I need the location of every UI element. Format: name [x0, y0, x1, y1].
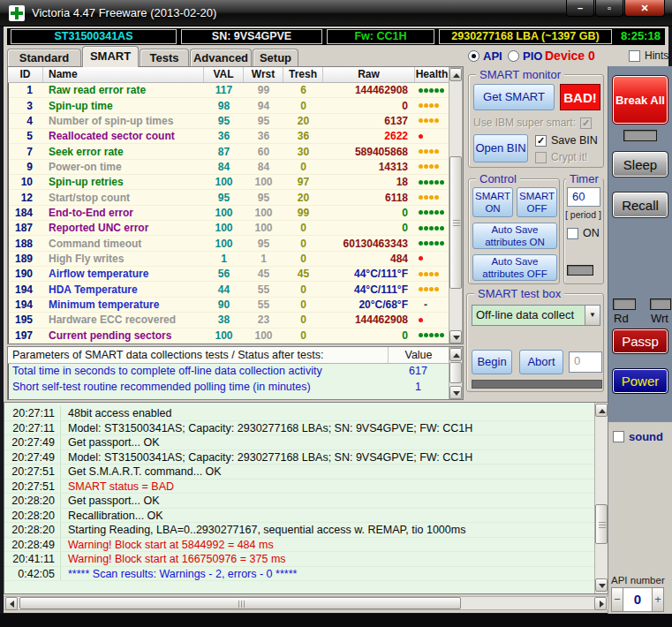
log-line[interactable]: 20:28:20Starting Reading, LBA=0..2930277… [4, 523, 608, 538]
log-line[interactable]: 20:27:11Model: ST31500341AS; Capacity: 2… [4, 421, 608, 436]
chevron-down-icon[interactable]: ▼ [585, 306, 600, 325]
log-hscroll-thumb[interactable] [19, 597, 461, 609]
recall-button[interactable]: Recall [613, 193, 668, 217]
log-line[interactable]: 20:28:49Warning! Block start at 5844992 … [4, 538, 608, 553]
attr-tresh: 0 [283, 298, 323, 311]
smart-table-row[interactable]: 5Reallocated sector count3636362622 [8, 129, 449, 144]
smart-table-row[interactable]: 1Raw read error rate117996144462908 [8, 83, 449, 98]
params-row[interactable]: Total time in seconds to complete off-li… [8, 364, 463, 380]
col-header-name[interactable]: Name [43, 67, 204, 82]
api-radio[interactable]: API [468, 49, 502, 63]
sleep-button[interactable]: Sleep [613, 152, 668, 177]
attr-id: 194 [8, 283, 43, 296]
timer-period-input[interactable]: 60 [567, 187, 600, 207]
scroll-right-icon[interactable] [594, 597, 607, 610]
log-line[interactable]: 20:27:51Get S.M.A.R.T. command... OK [4, 465, 608, 480]
smart-table-row[interactable]: 195Hardware ECC recovered38230144462908 [8, 313, 449, 328]
scroll-up-icon[interactable] [449, 68, 462, 81]
params-header-label: Parameters of SMART data collections tes… [8, 347, 388, 363]
smart-table-row[interactable]: 189High Fly writes110484 [8, 252, 449, 267]
smart-table-row[interactable]: 184End-to-End error100100990 [8, 206, 449, 221]
tab-tests[interactable]: Tests [140, 49, 189, 66]
smart-table-row[interactable]: 4Number of spin-up times9595206137 [8, 114, 449, 129]
smart-table-row[interactable]: 188Command timeout10095060130463343 [8, 236, 449, 251]
attr-raw: 14313 [323, 161, 415, 173]
maximize-button[interactable]: ▫ [595, 0, 623, 17]
pio-radio[interactable]: PIO [508, 49, 542, 63]
log-timestamp: 20:41:11 [4, 552, 61, 566]
drive-serial: SN: 9VS4GPVE [181, 29, 322, 44]
col-header-wrst[interactable]: Wrst [244, 67, 283, 82]
smart-table-row[interactable]: 187Reported UNC error10010000 [8, 221, 449, 236]
smart-table-row[interactable]: 3Spin-up time989400 [8, 98, 449, 113]
smart-table-row[interactable]: 190Airflow temperature56454544°C/111°F [8, 267, 449, 282]
smart-table-row[interactable]: 7Seek error rate876030589405868 [8, 144, 449, 159]
smart-table-row[interactable]: 194Minimum temperature9055020°C/68°F- [8, 298, 449, 313]
control-title: Control [476, 172, 520, 185]
autosave-off-button[interactable]: Auto Save attributes OFF [472, 254, 557, 281]
log-line[interactable]: 20:27:1148bit access enabled [4, 406, 608, 421]
sound-checkbox[interactable]: sound [613, 430, 663, 443]
log-line[interactable]: 20:27:51SMART status = BAD [4, 480, 608, 495]
col-header-tresh[interactable]: Tresh [283, 67, 323, 82]
log-timestamp: 20:27:11 [4, 406, 61, 420]
log-line[interactable]: 20:28:20Get passport... OK [4, 494, 608, 509]
test-counter-field: 0 [569, 351, 602, 373]
tab-smart[interactable]: SMART [82, 46, 139, 67]
log-line[interactable]: 20:27:49Model: ST31500341AS; Capacity: 2… [4, 450, 608, 465]
scroll-up-icon[interactable] [449, 348, 462, 361]
begin-test-button[interactable]: Begin [472, 350, 512, 374]
smart-on-button[interactable]: SMART ON [472, 187, 513, 217]
scroll-down-icon[interactable] [449, 386, 462, 399]
abort-test-button[interactable]: Abort [519, 350, 563, 374]
smart-table-row[interactable]: 10Spin-up retries1001009718 [8, 175, 449, 190]
log-line[interactable]: 20:28:20Recallibration... OK [4, 509, 608, 524]
open-bin-button[interactable]: Open BIN [473, 134, 528, 162]
passp-button[interactable]: Passp [613, 329, 668, 353]
col-header-health[interactable]: Health [415, 67, 449, 82]
params-scroll-thumb[interactable] [449, 362, 462, 383]
log-line[interactable]: 20:27:49Get passport... OK [4, 435, 608, 450]
health-dot-icon [429, 226, 434, 230]
health-dot-icon [424, 287, 428, 291]
smart-table-row[interactable]: 194HDA Temperature4455044°C/111°F [8, 282, 449, 297]
tab-setup[interactable]: Setup [253, 49, 298, 66]
smart-scroll-thumb[interactable] [449, 156, 462, 289]
log-line[interactable]: 0:42:05***** Scan results: Warnings - 2,… [4, 567, 608, 582]
smart-table-scrollbar[interactable] [449, 67, 463, 344]
params-scrollbar[interactable] [449, 347, 463, 399]
scroll-up-icon[interactable] [595, 404, 608, 417]
tab-advanced[interactable]: Advanced [190, 49, 252, 66]
scroll-left-icon[interactable] [5, 597, 18, 610]
tab-standard[interactable]: Standard [7, 49, 81, 66]
timer-on-checkbox[interactable]: ON [567, 227, 600, 239]
minus-icon[interactable]: − [611, 587, 623, 612]
get-smart-button[interactable]: Get SMART [473, 84, 555, 110]
params-row[interactable]: Short self-test routine recommended poll… [8, 380, 463, 396]
health-dots-icon [415, 252, 423, 266]
attr-val: 38 [204, 314, 244, 326]
minimize-button[interactable]: – [566, 0, 594, 17]
break-all-button[interactable]: Break All [613, 76, 668, 124]
smart-table-row[interactable]: 12Start/stop count9595206118 [8, 190, 449, 205]
log-hscrollbar[interactable] [4, 596, 608, 610]
attr-val: 95 [204, 192, 244, 204]
col-header-val[interactable]: VAL [204, 67, 244, 82]
log-line[interactable]: 20:41:11Warning! Block start at 16675097… [4, 552, 608, 567]
power-button[interactable]: Power [613, 369, 668, 393]
autosave-on-button[interactable]: Auto Save attributes ON [472, 223, 557, 249]
test-type-dropdown[interactable]: Off-line data collect ▼ [472, 305, 600, 326]
save-bin-checkbox[interactable]: ✓ Save BIN [535, 134, 598, 147]
log-scroll-thumb[interactable] [595, 504, 608, 544]
smart-off-button[interactable]: SMART OFF [517, 187, 557, 217]
scroll-down-icon[interactable] [449, 330, 462, 344]
log-scrollbar[interactable] [594, 403, 608, 593]
close-button[interactable]: ✕ [624, 0, 665, 17]
scroll-down-icon[interactable] [595, 578, 608, 592]
col-header-id[interactable]: ID [8, 67, 43, 82]
col-header-raw[interactable]: Raw [323, 67, 415, 82]
plus-icon[interactable]: + [652, 587, 664, 612]
smart-table-row[interactable]: 197Current pending sectors10010000 [8, 329, 449, 344]
smart-table-row[interactable]: 9Power-on time8484014313 [8, 160, 449, 175]
hints-checkbox[interactable]: Hints [629, 49, 668, 62]
